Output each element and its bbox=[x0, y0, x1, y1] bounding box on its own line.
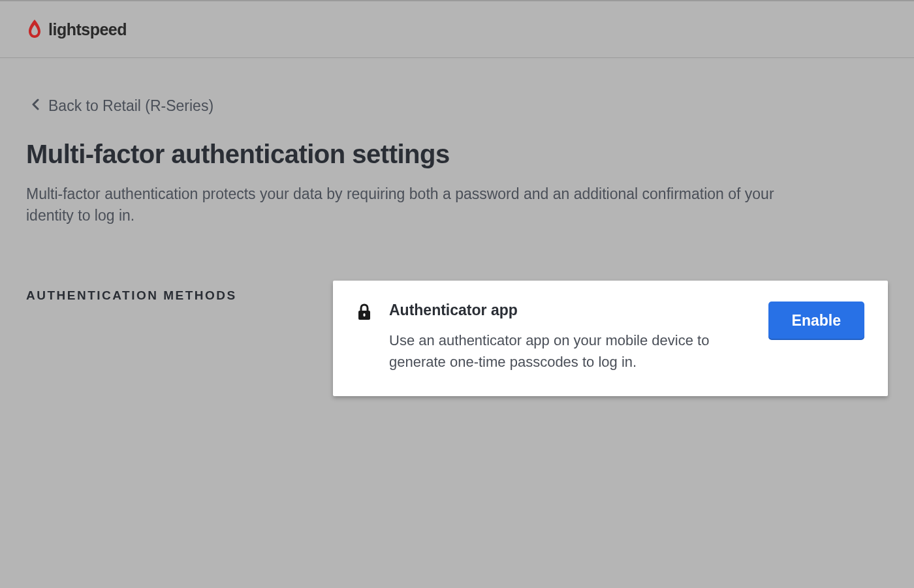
back-link[interactable]: Back to Retail (R-Series) bbox=[31, 97, 888, 115]
method-text-block: Authenticator app Use an authenticator a… bbox=[389, 302, 751, 373]
enable-button[interactable]: Enable bbox=[768, 302, 864, 340]
method-description: Use an authenticator app on your mobile … bbox=[389, 330, 735, 373]
method-title: Authenticator app bbox=[389, 302, 751, 319]
page-description: Multi-factor authentication protects you… bbox=[26, 183, 810, 227]
brand-name: lightspeed bbox=[48, 20, 127, 39]
brand-logo[interactable]: lightspeed bbox=[26, 20, 127, 39]
header-bar: lightspeed bbox=[0, 0, 914, 58]
page-content: Back to Retail (R-Series) Multi-factor a… bbox=[0, 58, 914, 435]
lightspeed-flame-icon bbox=[26, 20, 43, 39]
svg-rect-1 bbox=[364, 313, 366, 317]
authentication-methods-section: AUTHENTICATION METHODS Authenticator app… bbox=[26, 281, 888, 396]
back-link-label: Back to Retail (R-Series) bbox=[48, 97, 213, 115]
authenticator-app-card: Authenticator app Use an authenticator a… bbox=[333, 281, 888, 396]
section-heading: AUTHENTICATION METHODS bbox=[26, 281, 307, 303]
lock-icon bbox=[356, 302, 372, 324]
chevron-left-icon bbox=[31, 99, 39, 114]
page-title: Multi-factor authentication settings bbox=[26, 140, 888, 169]
